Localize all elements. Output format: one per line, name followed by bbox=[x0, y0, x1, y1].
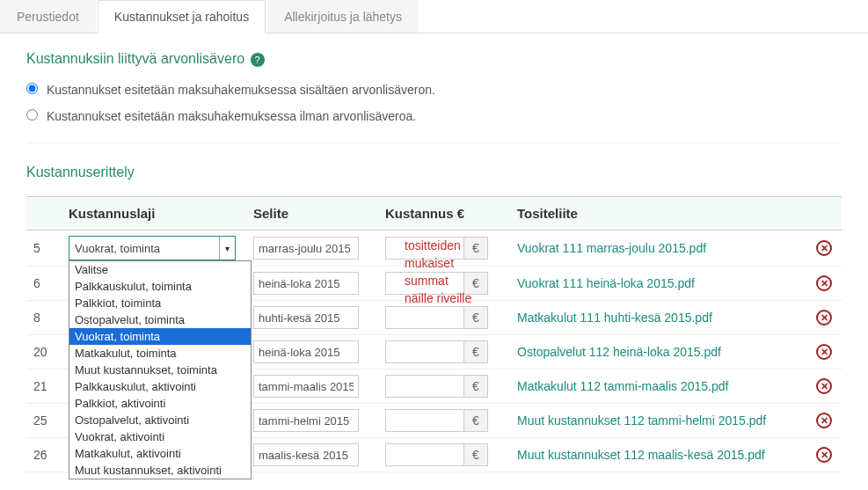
col-header-attach: Tositeliite bbox=[510, 197, 806, 230]
delete-icon[interactable]: ✕ bbox=[816, 378, 832, 394]
delete-cell: ✕ bbox=[806, 438, 842, 472]
tab-costs[interactable]: Kustannukset ja rahoitus bbox=[98, 0, 266, 33]
cost-cell: € bbox=[378, 369, 510, 404]
dropdown-option[interactable]: Muut kustannukset, aktivointi bbox=[69, 462, 251, 479]
desc-input[interactable] bbox=[253, 306, 359, 329]
delete-icon[interactable]: ✕ bbox=[816, 275, 832, 291]
vat-title-text: Kustannuksiin liittyvä arvonlisävero bbox=[26, 51, 244, 66]
desc-input[interactable] bbox=[253, 375, 359, 398]
desc-cell bbox=[246, 438, 378, 472]
cost-type-select-wrap: Vuokrat, toiminta▾ValitsePalkkauskulut, … bbox=[69, 236, 236, 260]
cost-cell: € bbox=[378, 404, 510, 438]
attachment-cell: Muut kustannukset 112 tammi-helmi 2015.p… bbox=[510, 404, 806, 438]
vat-option-incl-row: Kustannukset esitetään maksuhakemuksessa… bbox=[26, 83, 842, 97]
cost-cell: € bbox=[378, 438, 510, 472]
dropdown-option[interactable]: Palkkauskulut, aktivointi bbox=[69, 378, 251, 395]
dropdown-option[interactable]: Palkkiot, aktivointi bbox=[69, 395, 251, 412]
euro-label: € bbox=[463, 340, 488, 363]
euro-label: € bbox=[463, 306, 488, 329]
attachment-link[interactable]: Ostopalvelut 112 heinä-loka 2015.pdf bbox=[517, 345, 721, 359]
cost-input[interactable] bbox=[385, 375, 464, 398]
dropdown-option[interactable]: Ostopalvelut, toiminta bbox=[69, 311, 251, 328]
desc-input[interactable] bbox=[253, 443, 359, 466]
desc-input[interactable] bbox=[253, 340, 359, 363]
row-number: 25 bbox=[26, 404, 62, 438]
attachment-cell: Muut kustannukset 112 maalis-kesä 2015.p… bbox=[510, 438, 806, 472]
cost-input[interactable] bbox=[385, 443, 464, 466]
attachment-cell: Matkakulut 111 huhti-kesä 2015.pdf bbox=[510, 301, 806, 335]
cost-table: Kustannuslaji Selite Kustannus € Tositel… bbox=[26, 196, 842, 472]
help-icon[interactable]: ? bbox=[251, 53, 265, 67]
euro-label: € bbox=[463, 409, 488, 432]
delete-cell: ✕ bbox=[806, 404, 842, 438]
cost-input[interactable] bbox=[385, 237, 464, 260]
desc-input[interactable] bbox=[253, 237, 359, 260]
delete-icon[interactable]: ✕ bbox=[816, 240, 832, 256]
row-number: 21 bbox=[26, 369, 62, 404]
vat-option-excl-row: Kustannukset esitetään maksuhakemuksessa… bbox=[26, 109, 842, 123]
row-number: 6 bbox=[26, 267, 62, 301]
dropdown-option[interactable]: Matkakulut, aktivointi bbox=[69, 445, 251, 462]
select-current-value: Vuokrat, toiminta bbox=[75, 242, 160, 255]
desc-input[interactable] bbox=[253, 272, 359, 295]
desc-cell bbox=[246, 404, 378, 438]
cost-type-select[interactable]: Vuokrat, toiminta▾ bbox=[69, 236, 236, 260]
delete-icon[interactable]: ✕ bbox=[816, 447, 832, 463]
spec-section-title: Kustannuserittely bbox=[26, 165, 842, 180]
vat-label-incl: Kustannukset esitetään maksuhakemuksessa… bbox=[47, 83, 435, 97]
cost-table-wrap: Kustannuslaji Selite Kustannus € Tositel… bbox=[26, 196, 842, 472]
attachment-link[interactable]: Muut kustannukset 112 maalis-kesä 2015.p… bbox=[517, 448, 765, 462]
attachment-cell: Vuokrat 111 heinä-loka 2015.pdf bbox=[510, 267, 806, 301]
tab-bar: Perustiedot Kustannukset ja rahoitus All… bbox=[0, 0, 868, 33]
dropdown-option[interactable]: Matkakulut, toiminta bbox=[69, 345, 251, 362]
dropdown-option[interactable]: Valitse bbox=[69, 261, 251, 278]
vat-section-title: Kustannuksiin liittyvä arvonlisävero ? bbox=[26, 51, 842, 67]
tab-sign[interactable]: Allekirjoitus ja lähetys bbox=[267, 0, 419, 33]
euro-label: € bbox=[463, 375, 488, 398]
row-number: 20 bbox=[26, 335, 62, 369]
cost-cell: € bbox=[378, 301, 510, 335]
dropdown-option[interactable]: Palkkiot, toiminta bbox=[69, 295, 251, 311]
cost-cell: € bbox=[378, 267, 510, 301]
col-header-type: Kustannuslaji bbox=[62, 197, 246, 230]
attachment-link[interactable]: Vuokrat 111 heinä-loka 2015.pdf bbox=[517, 276, 695, 290]
desc-cell bbox=[246, 369, 378, 404]
tab-basic[interactable]: Perustiedot bbox=[0, 0, 96, 33]
cost-type-cell: Vuokrat, toiminta▾ValitsePalkkauskulut, … bbox=[62, 230, 246, 267]
vat-radio-incl[interactable] bbox=[26, 83, 38, 94]
cost-input[interactable] bbox=[385, 306, 464, 329]
chevron-down-icon: ▾ bbox=[219, 237, 230, 260]
dropdown-option[interactable]: Vuokrat, aktivointi bbox=[69, 428, 251, 445]
desc-cell bbox=[246, 230, 378, 267]
cost-type-dropdown: ValitsePalkkauskulut, toimintaPalkkiot, … bbox=[69, 260, 252, 479]
desc-input[interactable] bbox=[253, 409, 359, 432]
cost-cell: € bbox=[378, 230, 510, 267]
vat-label-excl: Kustannukset esitetään maksuhakemuksessa… bbox=[47, 109, 416, 123]
delete-icon[interactable]: ✕ bbox=[816, 413, 832, 428]
delete-icon[interactable]: ✕ bbox=[816, 310, 832, 325]
table-row: 5Vuokrat, toiminta▾ValitsePalkkauskulut,… bbox=[26, 230, 842, 267]
section-divider bbox=[26, 143, 842, 143]
row-number: 5 bbox=[26, 230, 62, 267]
col-header-num bbox=[26, 197, 62, 230]
euro-label: € bbox=[463, 237, 488, 260]
cost-input[interactable] bbox=[385, 340, 464, 363]
desc-cell bbox=[246, 267, 378, 301]
col-header-cost: Kustannus € bbox=[378, 197, 510, 230]
attachment-link[interactable]: Muut kustannukset 112 tammi-helmi 2015.p… bbox=[517, 413, 766, 428]
cost-input[interactable] bbox=[385, 272, 464, 295]
dropdown-option[interactable]: Ostopalvelut, aktivointi bbox=[69, 412, 251, 428]
attachment-link[interactable]: Vuokrat 111 marras-joulu 2015.pdf bbox=[517, 241, 706, 255]
dropdown-option[interactable]: Palkkauskulut, toiminta bbox=[69, 278, 251, 295]
delete-cell: ✕ bbox=[806, 369, 842, 404]
attachment-link[interactable]: Matkakulut 111 huhti-kesä 2015.pdf bbox=[517, 311, 712, 325]
attachment-cell: Matkakulut 112 tammi-maalis 2015.pdf bbox=[510, 369, 806, 404]
dropdown-option[interactable]: Muut kustannukset, toiminta bbox=[69, 362, 251, 378]
cost-input[interactable] bbox=[385, 409, 464, 432]
desc-cell bbox=[246, 301, 378, 335]
vat-radio-excl[interactable] bbox=[26, 109, 38, 121]
dropdown-option[interactable]: Vuokrat, toiminta bbox=[69, 328, 251, 345]
attachment-link[interactable]: Matkakulut 112 tammi-maalis 2015.pdf bbox=[517, 379, 728, 393]
delete-icon[interactable]: ✕ bbox=[816, 344, 832, 360]
desc-cell bbox=[246, 335, 378, 369]
